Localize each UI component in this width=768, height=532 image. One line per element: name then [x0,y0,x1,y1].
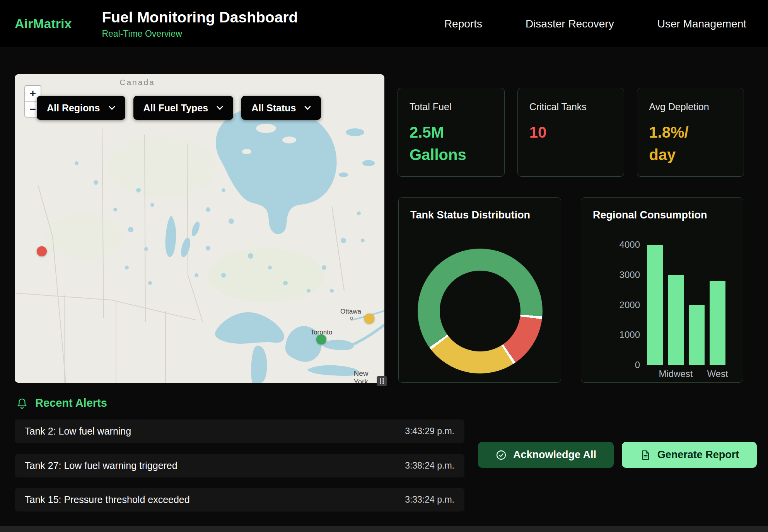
bar-column [689,245,705,365]
stat-card-critical-tanks: Critical Tanks 10 [517,88,625,177]
bar-Midwest [668,275,684,365]
fuel-types-filter-value: All Fuel Types [143,102,208,114]
stat-label: Avg Depletion [649,101,732,113]
map-attribution-toggle[interactable] [377,376,387,386]
alert-row[interactable]: Tank 2: Low fuel warning 3:43:29 p.m. [15,419,464,443]
alert-message: Tank 2: Low fuel warning [25,426,131,437]
y-tick-label: 4000 [620,239,640,250]
bar-region-3 [689,305,705,365]
recent-alerts-header: Recent Alerts [16,397,107,409]
y-tick-label: 1000 [620,329,640,340]
stat-label: Critical Tanks [529,101,613,113]
regional-consumption-card: Regional Consumption 01000200030004000 M… [581,197,743,383]
map-panel: Canada Ottawa Toronto New York + − All R… [15,74,384,383]
brand-logo[interactable]: AirMatrix [15,16,72,31]
regions-filter-dropdown[interactable]: All Regions [37,96,125,120]
bar-region-1 [647,245,663,365]
nav-reports[interactable]: Reports [444,18,482,30]
regional-consumption-chart: 01000200030004000 MidwestWest [593,245,733,365]
check-circle-icon [495,449,507,461]
alert-message: Tank 15: Pressure threshold exceeded [25,494,190,505]
alert-time: 3:33:24 p.m. [405,494,454,505]
acknowledge-all-button[interactable]: Acknowledge All [478,442,614,468]
nav-disaster-recovery[interactable]: Disaster Recovery [526,18,614,30]
bar-series: MidwestWest [647,245,733,365]
alert-message: Tank 27: Low fuel warning triggered [25,460,177,471]
acknowledge-all-label: Acknowledge All [513,449,596,461]
fuel-types-filter-dropdown[interactable]: All Fuel Types [133,96,234,120]
regions-filter-value: All Regions [47,102,100,114]
tank-status-card: Tank Status Distribution [398,197,561,383]
document-icon [640,449,651,461]
chevron-down-icon [217,106,223,110]
map-terrain [15,74,384,383]
y-tick-label: 3000 [620,269,640,280]
bottom-scrollbar-track [0,526,768,532]
stat-value: 2.5M Gallons [410,121,493,166]
bell-icon [16,397,28,409]
bar-West [710,281,725,365]
stat-value: 1.8%/ day [649,121,732,166]
chevron-down-icon [109,106,115,110]
ottawa-town-dot [350,317,353,320]
map-marker-critical[interactable] [37,246,47,256]
alert-time: 3:38:24 p.m. [405,460,454,471]
generate-report-button[interactable]: Generate Report [622,442,757,468]
recent-alerts-title: Recent Alerts [35,397,107,409]
alert-time: 3:43:29 p.m. [405,426,454,437]
page-title: Fuel Monitoring Dashboard [102,9,298,26]
y-tick-label: 2000 [620,300,640,310]
map-filters: All Regions All Fuel Types All Status [37,96,321,120]
alert-row[interactable]: Tank 15: Pressure threshold exceeded 3:3… [15,488,464,512]
y-tick-label: 0 [635,360,640,370]
tank-status-title: Tank Status Distribution [410,209,530,221]
stats-row: Total Fuel 2.5M Gallons Critical Tanks 1… [398,88,744,177]
dots-grid-icon [377,376,387,386]
stat-card-total-fuel: Total Fuel 2.5M Gallons [398,88,505,177]
bar-column: West [710,245,725,365]
alert-row[interactable]: Tank 27: Low fuel warning triggered 3:38… [15,454,464,477]
main-nav: Reports Disaster Recovery User Managemen… [444,18,746,30]
regional-consumption-title: Regional Consumption [593,209,707,221]
map-canvas[interactable]: Canada Ottawa Toronto New York + − All R… [15,74,384,383]
charts-row: Tank Status Distribution Regional Consum… [398,197,743,383]
page-subtitle: Real-Time Overview [102,29,298,39]
bar-column [647,245,663,365]
status-filter-value: All Status [251,102,296,114]
x-tick-label: West [707,368,728,379]
map-marker-warning[interactable] [364,314,374,324]
map-marker-normal[interactable] [316,334,326,344]
stat-label: Total Fuel [410,101,493,113]
status-filter-dropdown[interactable]: All Status [241,96,321,120]
generate-report-label: Generate Report [657,449,739,461]
chevron-down-icon [304,106,311,110]
x-tick-label: Midwest [659,368,693,379]
title-block: Fuel Monitoring Dashboard Real-Time Over… [102,9,298,39]
stat-card-avg-depletion: Avg Depletion 1.8%/ day [637,88,744,177]
bar-column: Midwest [668,245,684,365]
header: AirMatrix Fuel Monitoring Dashboard Real… [0,0,768,48]
nav-user-management[interactable]: User Management [657,18,746,30]
tank-status-donut [418,249,543,373]
stat-value: 10 [529,121,613,143]
bar-y-axis: 01000200030004000 [593,245,647,365]
